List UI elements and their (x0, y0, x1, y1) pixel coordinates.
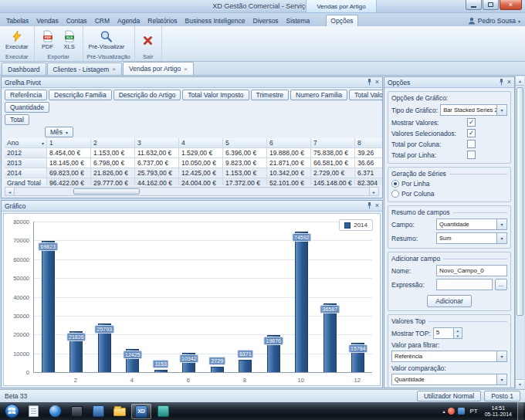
chart-type-select[interactable]: Bar Stacked Series 2D ▾ (440, 104, 507, 116)
executar-button[interactable]: Executar (3, 29, 31, 51)
pivot-cell[interactable]: 69.823,00 € (47, 168, 91, 178)
radio-por-coluna[interactable] (391, 190, 399, 198)
adicionar-button[interactable]: Adicionar (427, 295, 471, 307)
checkbox-valores-selecionados[interactable]: ✓ (467, 129, 476, 137)
pin-icon[interactable] (366, 79, 373, 86)
pivot-cell[interactable]: 2.729,00 € (311, 168, 355, 178)
pdf-export-button[interactable]: PDF PDF (38, 29, 58, 51)
campo-select[interactable]: Quantidade ▾ (436, 218, 507, 230)
language-indicator[interactable]: PT (468, 408, 479, 415)
chart-bar-month-5[interactable] (154, 370, 168, 372)
pivot-cell[interactable]: 66.581,00 € (311, 158, 355, 168)
pivot-cell[interactable]: 25.793,00 € (135, 168, 179, 178)
chart-bar-month-1[interactable] (42, 241, 55, 372)
panel-close-icon[interactable]: × (375, 79, 379, 86)
taskbar-app-browser-button[interactable] (45, 404, 65, 419)
contextual-tab-header[interactable]: Vendas por Artigo (306, 0, 377, 13)
pivot-cell[interactable]: 145.148,00 € (311, 178, 355, 185)
xls-export-button[interactable]: XLS XLS (59, 29, 80, 51)
checkbox-mostrar-valores[interactable]: ✓ (467, 118, 476, 127)
pivot-cell[interactable]: 9.823,00 € (223, 158, 267, 168)
pivot-field-refer-ncia[interactable]: Referência (5, 90, 47, 100)
chevron-down-icon[interactable]: ▾ (496, 105, 506, 115)
browse-expression-button[interactable]: ... (495, 279, 507, 290)
pin-icon[interactable] (366, 202, 373, 209)
show-desktop-button[interactable] (517, 402, 523, 420)
minimize-button[interactable] (466, 0, 482, 10)
pivot-cell[interactable]: 6.798,00 € (91, 158, 135, 168)
pivot-field-descri-o-familia[interactable]: Descrição Familia (49, 90, 112, 100)
menu-tab-relat-rios[interactable]: Relatórios (144, 15, 181, 26)
pivot-column-header-6[interactable]: 6 (267, 138, 311, 148)
pivot-cell[interactable]: 44.162,00 € (135, 178, 179, 185)
menu-tab-vendas[interactable]: Vendas (32, 15, 62, 26)
maximize-button[interactable] (483, 0, 499, 10)
expression-input[interactable] (436, 279, 493, 290)
chevron-down-icon[interactable]: ▾ (496, 233, 506, 243)
pivot-column-header-4[interactable]: 4 (179, 138, 223, 148)
taskbar-explorer-button[interactable] (110, 404, 130, 419)
utilizador-normal-button[interactable]: Utilizador Normal (417, 391, 481, 401)
pivot-cell[interactable]: 1.529,00 € (179, 148, 223, 158)
pivot-cell[interactable]: 6.396,00 € (223, 148, 267, 158)
pivot-field-descri-o-do-artigo[interactable]: Descrição do Artigo (113, 90, 181, 100)
user-menu[interactable]: Pedro Sousa ▾ (468, 17, 523, 26)
tray-red-icon[interactable] (448, 408, 455, 415)
previsualizar-button[interactable]: Pré-Visualizar (86, 29, 127, 51)
scroll-up-icon[interactable]: ▴ (516, 76, 524, 86)
filter-dropdown-icon[interactable]: ▾ (42, 141, 44, 146)
panel-close-icon[interactable]: × (375, 202, 379, 209)
radio-por-linha[interactable] (391, 180, 399, 188)
menu-tab-contas[interactable]: Contas (63, 15, 91, 26)
pivot-cell[interactable]: 39.26 (355, 148, 383, 158)
menu-tab-opcoes[interactable]: Opções (326, 15, 357, 26)
pivot-cell[interactable]: 36.66 (355, 158, 383, 168)
pivot-field-trimestre[interactable]: Trimestre (251, 90, 290, 100)
pivot-cell[interactable]: 21.871,00 € (267, 158, 311, 168)
pivot-cell[interactable]: 10.050,00 € (179, 158, 223, 168)
pivot-cell[interactable]: 19.888,00 € (267, 148, 311, 158)
menu-tab-business-inteligence[interactable]: Business Inteligence (181, 15, 249, 26)
options-vertical-scrollbar[interactable]: ▴ ▾ (515, 76, 524, 388)
pivot-row-header[interactable]: Grand Total (5, 178, 47, 185)
pivot-cell[interactable]: 21.826,00 € (91, 168, 135, 178)
scrollbar-thumb[interactable] (73, 188, 140, 195)
pivot-cell[interactable]: 75.838,00 € (311, 148, 355, 158)
chevron-down-icon[interactable]: ▾ (496, 374, 506, 384)
pivot-cell[interactable]: 6.737,00 € (135, 158, 179, 168)
pivot-cell[interactable]: 82.304 (355, 178, 383, 185)
pivot-field-total-valor-l-quido[interactable]: Total Valor Líquido (349, 90, 383, 100)
doc-tab-vendas-por-artigo[interactable]: Vendas por Artigo× (123, 62, 194, 75)
pivot-cell[interactable]: 12.425,00 € (179, 168, 223, 178)
pivot-data-header-total[interactable]: Total (5, 114, 29, 125)
taskbar-app-monitor-button[interactable] (66, 404, 86, 419)
pivot-column-header-8[interactable]: 8 (355, 138, 383, 148)
pivot-row-header[interactable]: 2012 (5, 148, 47, 158)
taskbar-app-blue-button[interactable] (88, 404, 108, 419)
pivot-cell[interactable]: 18.145,00 € (47, 158, 91, 168)
pivot-column-header-5[interactable]: 5 (223, 138, 267, 148)
chart-bar-month-8[interactable] (239, 360, 252, 372)
filter-dropdown-icon[interactable]: ▾ (66, 130, 68, 135)
pivot-cell[interactable]: 8.454,00 € (47, 148, 91, 158)
pivot-row-area-field[interactable]: Ano▾ (5, 138, 47, 148)
chart-bar-month-10[interactable] (295, 232, 308, 372)
checkbox-total-por-linha[interactable]: ✓ (467, 151, 476, 159)
panel-close-icon[interactable]: × (507, 79, 511, 86)
resumo-select[interactable]: Sum ▾ (436, 232, 507, 244)
pivot-cell[interactable]: 1.153,00 € (223, 168, 267, 178)
chart-legend[interactable]: 2014 (339, 219, 373, 231)
scrollbar-thumb[interactable] (517, 87, 523, 316)
pivot-cell[interactable]: 17.372,00 € (223, 178, 267, 185)
pivot-column-field-mes[interactable]: Mês▾ (45, 127, 73, 137)
pivot-horizontal-scrollbar[interactable]: ◂ ▸ (5, 187, 379, 196)
pin-icon[interactable] (498, 79, 505, 86)
close-button[interactable]: × (500, 0, 522, 10)
doc-tab-dashboard[interactable]: Dashboard (2, 63, 46, 75)
pivot-cell[interactable]: 52.101,00 € (267, 178, 311, 185)
doc-tab-clientes-listagem[interactable]: Clientes - Listagem× (47, 63, 122, 75)
pivot-cell[interactable]: 96.422,00 € (47, 178, 91, 185)
chevron-down-icon[interactable]: ▾ (496, 219, 506, 229)
posto-button[interactable]: Posto 1 (484, 391, 520, 401)
hidden-icons-button[interactable]: ▴ (442, 408, 445, 414)
